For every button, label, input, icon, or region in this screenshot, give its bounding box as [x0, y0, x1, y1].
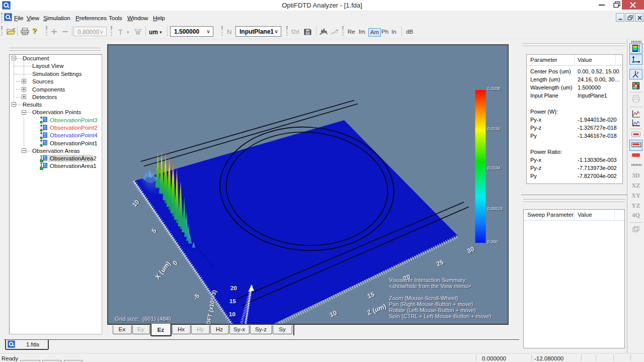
column-divider[interactable] — [574, 210, 575, 221]
button-red-bar-outlined[interactable] — [631, 132, 640, 137]
tab-ex[interactable]: Ex — [113, 325, 132, 334]
toolbar-grip-6[interactable] — [342, 26, 344, 36]
right-toolbar-grip[interactable] — [631, 41, 642, 43]
n-tool-label[interactable]: N — [227, 28, 231, 36]
save-icon[interactable] — [304, 28, 311, 35]
right-pane-divider[interactable] — [521, 195, 627, 195]
menu-help[interactable]: Help — [153, 15, 165, 22]
text-tool-chevron-icon[interactable]: ▾ — [127, 30, 129, 35]
tab-sy-x[interactable]: Sy-x — [229, 325, 250, 334]
input-plane-combobox[interactable]: InputPlane1 ∨ — [235, 26, 281, 37]
collapse-box-results[interactable] — [12, 102, 16, 107]
open-file-icon[interactable] — [7, 28, 16, 35]
column-divider[interactable] — [574, 55, 575, 66]
mdi-close-button[interactable] — [635, 13, 643, 22]
toggle-in[interactable]: In — [390, 28, 398, 37]
tree-item-results[interactable]: Results — [23, 102, 42, 108]
tree-item-observation-areas[interactable]: Observation Areas — [32, 148, 80, 154]
tab-ez[interactable]: Ez — [150, 324, 172, 336]
tab-hy[interactable]: Hy — [191, 325, 210, 334]
toolbar-grip-3[interactable] — [111, 26, 112, 36]
spectrum-curve-icon[interactable] — [319, 28, 328, 35]
toolbar-grip-1[interactable] — [1, 26, 3, 36]
tree-item-observationpoint3[interactable]: ObservationPoint3 — [50, 117, 98, 123]
tree-item-layout-view[interactable]: Layout View — [32, 63, 63, 69]
menu-preferences[interactable]: Preferences — [75, 15, 107, 22]
param-pane-grip[interactable] — [522, 43, 625, 44]
column-divider[interactable] — [614, 210, 615, 221]
toolbar-grip-2[interactable] — [46, 26, 47, 36]
zoom-in-icon[interactable] — [51, 29, 57, 35]
tab-sy-z[interactable]: Sy-z — [250, 325, 272, 334]
tree-item-simulation-settings[interactable]: Simulation Settings — [32, 71, 82, 77]
document-tab[interactable]: 1.fda — [5, 340, 49, 350]
toolbar-grip-4[interactable] — [221, 26, 223, 36]
unit-dropdown-label[interactable]: um — [149, 29, 158, 36]
print-icon[interactable] — [21, 28, 29, 35]
tab-ey[interactable]: Ey — [132, 325, 150, 334]
button-view-xy[interactable]: XY — [627, 192, 644, 200]
sweep-pane-grip[interactable] — [523, 199, 625, 200]
button-view-4q[interactable]: 4Q — [627, 212, 644, 219]
minimize-button[interactable] — [594, 0, 609, 10]
collapse-box-observation-areas[interactable] — [22, 148, 26, 153]
fit-width-icon[interactable]: W — [134, 28, 142, 35]
toggle-am[interactable]: Am — [368, 28, 381, 37]
visualizer-3d-view[interactable]: 0.0208 0.0156 0.0104 0.00519 0.000 10 5 … — [107, 44, 509, 325]
collapse-box-observation-points[interactable] — [22, 110, 26, 115]
opacity-combobox[interactable]: 0.80000 ∨ — [73, 27, 107, 36]
area-chart-icon[interactable] — [631, 119, 641, 128]
print-plot-icon[interactable] — [631, 95, 641, 104]
tree-item-sources[interactable]: Sources — [32, 78, 53, 84]
toggle-db[interactable]: dB — [405, 28, 415, 37]
mdi-minimize-button[interactable] — [616, 13, 624, 22]
toolbar-grip-5[interactable] — [286, 26, 288, 36]
tree-item-detectors[interactable]: Detectors — [32, 94, 57, 100]
tree-pane-grip[interactable] — [9, 50, 101, 51]
tree-item-observationarea2[interactable]: ObservationArea2 — [50, 155, 97, 161]
button-red-bar-plain[interactable] — [632, 153, 640, 157]
wavelength-combobox[interactable]: 1.500000 ∨ — [170, 26, 213, 37]
menu-simulation[interactable]: Simulation — [43, 15, 70, 22]
text-tool-label[interactable]: T — [118, 28, 123, 36]
button-view-yz[interactable]: YZ — [627, 202, 644, 210]
button-view-3d[interactable]: 3D — [627, 172, 644, 179]
tree-item-observationpoint1[interactable]: ObservationPoint1 — [50, 140, 98, 146]
tree-item-observationpoint2[interactable]: ObservationPoint2 — [50, 125, 98, 131]
menu-view[interactable]: View — [27, 15, 39, 22]
tab-hx[interactable]: Hx — [172, 325, 191, 334]
menu-grip-handle[interactable] — [1, 13, 3, 23]
line-chart-icon[interactable] — [631, 110, 641, 119]
tree-pane-grip[interactable] — [9, 48, 101, 49]
close-button[interactable] — [622, 0, 644, 10]
expand-box-components[interactable] — [22, 87, 26, 92]
tree-item-observation-points[interactable]: Observation Points — [32, 109, 81, 115]
mdi-restore-button[interactable] — [625, 13, 634, 22]
tree-item-observationpoint4[interactable]: ObservationPoint4 — [50, 132, 98, 138]
tree-item-document[interactable]: Document — [23, 55, 49, 61]
toggle-im[interactable]: Im — [357, 28, 367, 37]
menu-window[interactable]: Window — [127, 15, 148, 22]
toggle-ph[interactable]: Ph — [380, 28, 390, 37]
tree-item-observationarea1[interactable]: ObservationArea1 — [50, 163, 97, 169]
slice-curve-icon[interactable] — [330, 28, 339, 35]
menu-file[interactable]: File — [14, 15, 23, 22]
collapse-box-document[interactable] — [12, 56, 16, 60]
tab-sy[interactable]: Sy — [273, 325, 292, 334]
param-pane-grip[interactable] — [522, 46, 625, 47]
menu-tools[interactable]: Tools — [109, 15, 122, 22]
tab-hz[interactable]: Hz — [210, 325, 229, 334]
right-toolbar-grip[interactable] — [631, 164, 642, 166]
column-divider[interactable] — [615, 55, 616, 66]
toggle-re[interactable]: Re — [346, 28, 357, 37]
expand-box-sources[interactable] — [22, 79, 26, 83]
f2d-tool-label[interactable]: f2d — [291, 29, 299, 35]
help-icon[interactable]: ? — [32, 26, 37, 35]
expand-box-detectors[interactable] — [22, 95, 26, 99]
color-mosaic-icon[interactable] — [631, 81, 641, 90]
button-view-xz[interactable]: XZ — [627, 182, 644, 190]
tree-item-components[interactable]: Components — [32, 86, 65, 93]
document-logo-icon[interactable] — [4, 13, 12, 21]
unit-chevron-icon[interactable]: ▾ — [159, 30, 162, 35]
zoom-out-icon[interactable] — [62, 29, 68, 35]
